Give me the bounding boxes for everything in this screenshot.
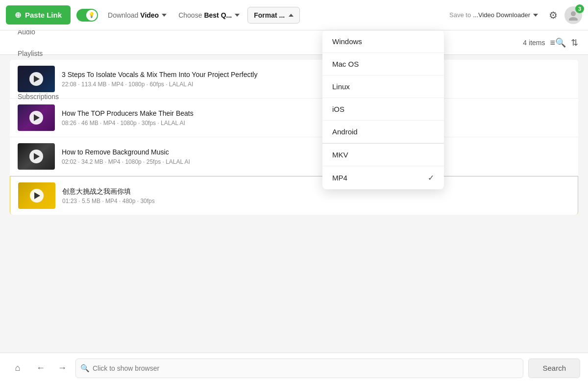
back-arrow-icon bbox=[36, 363, 45, 373]
play-icon bbox=[34, 153, 40, 160]
format-label: Format ... bbox=[254, 11, 285, 19]
quality-dropdown[interactable]: Choose Best Q... bbox=[174, 8, 244, 22]
items-count: 4 items bbox=[523, 39, 545, 47]
format-item-ios[interactable]: iOS bbox=[322, 98, 444, 121]
gear-icon: ⚙ bbox=[549, 10, 558, 21]
video-title: 3 Steps To Isolate Vocals & Mix Them Int… bbox=[62, 70, 570, 79]
video-meta: 08:26 · 46 MB · MP4 · 1080p · 30fps · LA… bbox=[62, 120, 570, 127]
save-to-button[interactable]: Save to ...Video Downloader bbox=[445, 8, 542, 22]
play-button-overlay bbox=[29, 72, 43, 86]
download-label: Download bbox=[108, 11, 138, 19]
browser-input[interactable] bbox=[75, 358, 523, 378]
format-item-label-linux: Linux bbox=[332, 82, 350, 91]
video-item[interactable]: How to Remove Background Music02:02 · 34… bbox=[10, 137, 578, 176]
video-title: 创意大挑战之我画你填 bbox=[62, 187, 570, 196]
paste-link-button[interactable]: ⊕ Paste Link bbox=[6, 5, 71, 25]
browser-input-wrap: 🔍 bbox=[75, 358, 523, 378]
video-info: 创意大挑战之我画你填01:23 · 5.5 MB · MP4 · 480p · … bbox=[62, 187, 570, 204]
format-item-windows[interactable]: Windows bbox=[322, 30, 444, 53]
format-item-mp4[interactable]: MP4✓ bbox=[322, 166, 444, 189]
format-dropdown-button[interactable]: Format ... bbox=[247, 7, 300, 24]
search-button[interactable]: Search bbox=[528, 358, 580, 378]
svg-point-0 bbox=[571, 11, 576, 16]
paste-link-label: Paste Link bbox=[25, 11, 62, 19]
format-item-label-ios: iOS bbox=[332, 105, 344, 113]
video-info: 3 Steps To Isolate Vocals & Mix Them Int… bbox=[62, 70, 570, 88]
clipboard-icon: ⊕ bbox=[15, 10, 21, 20]
video-item[interactable]: 3 Steps To Isolate Vocals & Mix Them Int… bbox=[10, 60, 578, 99]
video-info: How The TOP Producers Make Their Beats08… bbox=[62, 109, 570, 127]
video-item[interactable]: How The TOP Producers Make Their Beats08… bbox=[10, 99, 578, 137]
play-button-overlay bbox=[29, 150, 43, 163]
play-icon bbox=[34, 114, 40, 121]
video-meta: 02:02 · 34.2 MB · MP4 · 1080p · 25fps · … bbox=[62, 158, 570, 165]
back-button[interactable] bbox=[32, 359, 49, 377]
download-type-dropdown[interactable]: Download Video bbox=[104, 8, 171, 22]
video-thumbnail bbox=[18, 66, 55, 92]
video-title: How The TOP Producers Make Their Beats bbox=[62, 109, 570, 118]
browser-search-icon: 🔍 bbox=[80, 364, 90, 373]
format-item-label-mkv: MKV bbox=[332, 151, 348, 159]
content-area: 3 Steps To Isolate Vocals & Mix Them Int… bbox=[0, 55, 588, 353]
tabs-right: 4 items ≡🔍 ⇅ bbox=[523, 37, 578, 48]
video-title: How to Remove Background Music bbox=[62, 148, 570, 156]
format-dropdown-menu: WindowsMac OSLinuxiOSAndroidMKVMP4✓ bbox=[322, 30, 444, 189]
play-button-overlay bbox=[29, 111, 43, 125]
svg-point-1 bbox=[569, 17, 578, 21]
video-item[interactable]: 创意大挑战之我画你填01:23 · 5.5 MB · MP4 · 480p · … bbox=[10, 176, 578, 215]
bottom-bar: ⌂ 🔍 Search bbox=[0, 353, 588, 383]
download-type-value: Video bbox=[140, 11, 159, 19]
video-list: 3 Steps To Isolate Vocals & Mix Them Int… bbox=[10, 60, 578, 215]
play-icon bbox=[34, 192, 40, 199]
settings-button[interactable]: ⚙ bbox=[546, 6, 561, 24]
video-meta: 01:23 · 5.5 MB · MP4 · 480p · 30fps bbox=[62, 198, 570, 204]
format-item-android[interactable]: Android bbox=[322, 121, 444, 143]
video-thumbnail bbox=[18, 143, 55, 170]
choose-label: Choose bbox=[178, 11, 202, 19]
checkmark-icon: ✓ bbox=[428, 173, 434, 182]
sort-icon[interactable]: ⇅ bbox=[571, 37, 578, 48]
play-button-overlay bbox=[30, 189, 44, 203]
video-meta: 22:08 · 113.4 MB · MP4 · 1080p · 60fps ·… bbox=[62, 81, 570, 88]
tabs-bar: AllVideoAudioPlaylistsChannelsSubscripti… bbox=[0, 30, 588, 55]
format-item-macos[interactable]: Mac OS bbox=[322, 53, 444, 76]
avatar-container[interactable]: 3 bbox=[564, 6, 582, 24]
choose-value: Best Q... bbox=[204, 11, 232, 19]
notification-badge: 3 bbox=[575, 4, 584, 13]
tab-playlists[interactable]: Playlists bbox=[10, 43, 67, 64]
chevron-down-icon bbox=[162, 14, 167, 17]
home-icon: ⌂ bbox=[15, 363, 21, 373]
video-thumbnail bbox=[18, 104, 55, 131]
format-item-mkv[interactable]: MKV bbox=[322, 143, 444, 166]
video-thumbnail bbox=[18, 182, 55, 209]
format-item-label-android: Android bbox=[332, 128, 358, 136]
chevron-up-icon bbox=[289, 14, 294, 17]
format-item-label-macos: Mac OS bbox=[332, 60, 359, 68]
format-item-linux[interactable]: Linux bbox=[322, 76, 444, 98]
video-info: How to Remove Background Music02:02 · 34… bbox=[62, 148, 570, 165]
toolbar: ⊕ Paste Link 💡 Download Video Choose Bes… bbox=[0, 0, 588, 30]
save-label: Save to bbox=[449, 11, 471, 19]
toggle-knob: 💡 bbox=[86, 10, 97, 21]
home-button[interactable]: ⌂ bbox=[8, 358, 27, 378]
filter-icon[interactable]: ≡🔍 bbox=[550, 37, 566, 48]
forward-arrow-icon bbox=[58, 363, 67, 373]
toggle-switch[interactable]: 💡 bbox=[76, 9, 98, 22]
forward-button[interactable] bbox=[54, 359, 71, 377]
format-item-label-windows: Windows bbox=[332, 37, 362, 46]
chevron-down-icon-2 bbox=[235, 14, 240, 17]
format-item-label-mp4: MP4 bbox=[332, 174, 347, 182]
save-value: ...Video Downloader bbox=[473, 11, 530, 19]
chevron-down-icon-3 bbox=[533, 14, 538, 17]
play-icon bbox=[34, 76, 40, 82]
